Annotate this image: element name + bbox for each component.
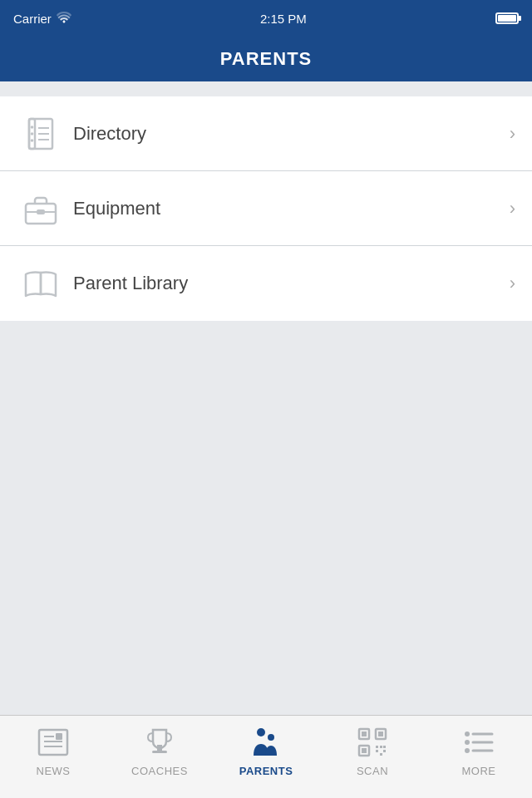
svg-rect-18 bbox=[152, 751, 167, 753]
time-label: 2:15 PM bbox=[260, 12, 307, 26]
more-icon bbox=[461, 724, 497, 761]
svg-point-35 bbox=[465, 740, 470, 745]
tab-coaches-label: COACHES bbox=[131, 765, 188, 777]
svg-rect-32 bbox=[380, 753, 382, 756]
svg-rect-17 bbox=[157, 745, 162, 751]
svg-rect-25 bbox=[378, 732, 383, 736]
tab-scan-label: SCAN bbox=[357, 765, 388, 777]
equipment-chevron: › bbox=[510, 198, 515, 219]
briefcase-icon bbox=[17, 185, 65, 233]
parents-icon bbox=[248, 724, 284, 761]
svg-rect-27 bbox=[376, 746, 378, 748]
carrier-label: Carrier bbox=[13, 12, 52, 26]
tab-parents[interactable]: PARENTS bbox=[213, 724, 319, 777]
book-icon bbox=[17, 259, 65, 308]
content-area bbox=[0, 321, 532, 589]
equipment-label: Equipment bbox=[65, 198, 510, 219]
tab-more[interactable]: MORE bbox=[426, 724, 532, 777]
directory-chevron: › bbox=[510, 123, 515, 145]
tab-parents-label: PARENTS bbox=[239, 765, 293, 777]
tab-coaches[interactable]: COACHES bbox=[106, 724, 213, 777]
scan-icon bbox=[354, 724, 391, 761]
status-bar: Carrier 2:15 PM bbox=[0, 0, 532, 37]
svg-rect-30 bbox=[383, 750, 386, 752]
menu-item-directory[interactable]: Directory › bbox=[0, 96, 532, 171]
parent-library-chevron: › bbox=[510, 273, 515, 294]
menu-item-equipment[interactable]: Equipment › bbox=[0, 171, 532, 246]
top-spacer bbox=[0, 81, 532, 96]
svg-point-20 bbox=[268, 734, 274, 741]
tab-news-label: NEWS bbox=[37, 765, 71, 777]
svg-point-37 bbox=[465, 748, 470, 753]
news-icon bbox=[35, 724, 71, 761]
svg-point-19 bbox=[257, 728, 265, 736]
battery-icon bbox=[495, 12, 519, 24]
svg-point-3 bbox=[31, 132, 34, 135]
status-bar-left: Carrier bbox=[13, 12, 71, 26]
svg-rect-29 bbox=[376, 750, 378, 752]
coaches-icon bbox=[141, 724, 178, 761]
svg-rect-24 bbox=[362, 732, 367, 736]
wifi-icon bbox=[57, 12, 71, 26]
page-title: PARENTS bbox=[220, 48, 313, 70]
menu-list: Directory › Equipment › bbox=[0, 96, 532, 321]
svg-rect-28 bbox=[380, 746, 382, 748]
svg-rect-31 bbox=[383, 746, 386, 748]
svg-rect-16 bbox=[56, 733, 62, 740]
page-header: PARENTS bbox=[0, 37, 532, 81]
directory-label: Directory bbox=[65, 123, 510, 145]
tab-bar: NEWS COACHES bbox=[0, 715, 532, 798]
tab-more-label: MORE bbox=[462, 765, 496, 777]
svg-point-4 bbox=[31, 139, 34, 142]
svg-rect-26 bbox=[362, 748, 367, 753]
tab-news[interactable]: NEWS bbox=[0, 724, 106, 777]
parent-library-label: Parent Library bbox=[65, 273, 510, 294]
svg-point-33 bbox=[465, 732, 470, 736]
svg-point-2 bbox=[31, 126, 34, 129]
menu-item-parent-library[interactable]: Parent Library › bbox=[0, 246, 532, 321]
notebook-icon bbox=[17, 110, 65, 158]
tab-scan[interactable]: SCAN bbox=[319, 724, 426, 777]
